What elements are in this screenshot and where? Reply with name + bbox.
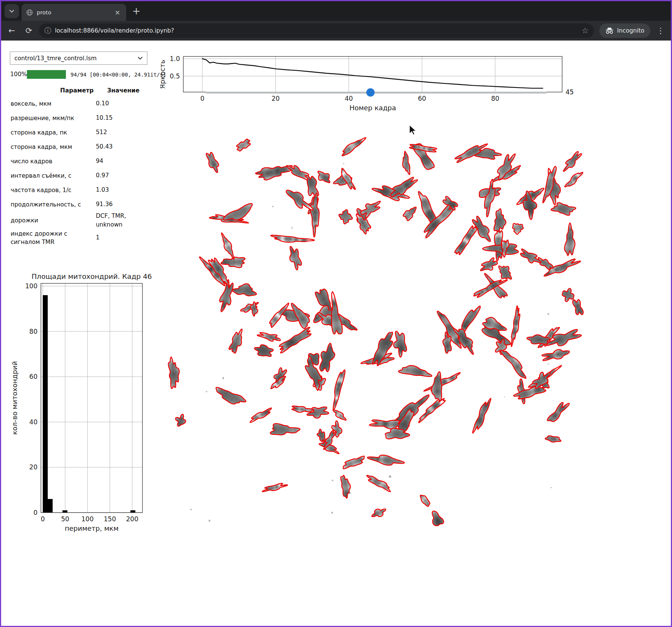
svg-text:100: 100	[25, 282, 38, 290]
svg-text:0.5: 0.5	[170, 72, 180, 80]
progress-bar	[27, 70, 66, 79]
table-row: разрешение, мкм/пк 10.15	[11, 111, 155, 125]
browser-tab[interactable]: proto ×	[22, 4, 126, 21]
svg-text:0: 0	[200, 95, 205, 102]
svg-text:Площади митохондрий. Кадр 46: Площади митохондрий. Кадр 46	[31, 273, 152, 280]
param-label: интервал съёмки, с	[11, 172, 96, 180]
param-label: продолжительность, с	[11, 200, 96, 209]
incognito-icon	[605, 27, 614, 34]
table-row: частота кадров, 1/с 1.03	[11, 183, 155, 197]
brightness-chart-svg: 0204060800.51.0Номер кадраЯркость	[160, 50, 600, 117]
params-table: Параметр Значение воксель, мкм 0.10 разр…	[11, 84, 155, 246]
param-label: разрешение, мкм/пк	[11, 114, 96, 122]
segmentation-image	[160, 128, 588, 537]
params-header-param: Параметр	[11, 86, 96, 95]
param-label: дорожки	[11, 216, 96, 225]
address-bar[interactable]: ⓘ localhost:8866/voila/render/proto.ipyn…	[39, 23, 594, 38]
params-header-row: Параметр Значение	[11, 84, 155, 97]
param-value: 1	[96, 233, 145, 242]
browser-menu-icon[interactable]: ⋮	[654, 24, 667, 37]
param-value: 91.36	[96, 200, 145, 209]
param-label: воксель, мкм	[11, 100, 96, 108]
table-row: число кадров 94	[11, 154, 155, 169]
svg-text:200: 200	[126, 515, 138, 523]
svg-text:80: 80	[29, 328, 38, 335]
brightness-chart: 0204060800.51.0Номер кадраЯркость	[160, 50, 600, 117]
table-row: интервал съёмки, с 0.97	[11, 169, 155, 183]
globe-favicon-icon	[26, 9, 33, 16]
file-select-value: control/13_tmre_control.lsm	[14, 55, 97, 62]
table-row: индекс дорожки с сигналом TMR 1	[11, 230, 155, 247]
svg-text:50: 50	[61, 515, 69, 523]
site-info-icon[interactable]: ⓘ	[44, 26, 51, 35]
param-value: 0.10	[96, 99, 145, 108]
browser-window: proto × + ← ⟳ ⓘ localhost:8866/voila/ren…	[0, 0, 672, 627]
svg-text:Номер кадра: Номер кадра	[349, 104, 396, 112]
param-value: DCF, TMR, unknown	[96, 212, 145, 230]
table-row: сторона кадра, мкм 50.43	[11, 140, 155, 154]
histogram-chart: 050100150200020406080100Площади митохонд…	[9, 273, 160, 538]
new-tab-button[interactable]: +	[131, 5, 142, 17]
chevron-down-icon	[138, 56, 143, 60]
svg-text:кол-во митохондрий: кол-во митохондрий	[11, 361, 19, 435]
incognito-label: Incognito	[617, 27, 644, 34]
param-value: 94	[96, 157, 145, 166]
param-label: число кадров	[11, 157, 96, 166]
bookmark-star-icon[interactable]: ☆	[581, 26, 589, 35]
back-button[interactable]: ←	[5, 24, 18, 37]
browser-toolbar: ← ⟳ ⓘ localhost:8866/voila/render/proto.…	[1, 21, 671, 41]
table-row: продолжительность, с 91.36	[11, 197, 155, 212]
svg-text:100: 100	[81, 515, 94, 523]
tab-close-icon[interactable]: ×	[113, 8, 122, 17]
param-label: сторона кадра, пк	[11, 128, 96, 137]
file-select[interactable]: control/13_tmre_control.lsm	[10, 52, 147, 65]
param-label: частота кадров, 1/с	[11, 186, 96, 194]
frame-slider[interactable]	[206, 88, 547, 97]
table-row: воксель, мкм 0.10	[11, 97, 155, 111]
table-row: сторона кадра, пк 512	[11, 125, 155, 140]
progress-percent: 100%	[10, 71, 27, 78]
progress-status: 94/94 [00:04<00:00, 24.91it/s]	[70, 72, 166, 78]
svg-text:периметр, мкм: периметр, мкм	[65, 524, 119, 532]
param-label: индекс дорожки с сигналом TMR	[11, 230, 96, 247]
frame-slider-track[interactable]	[206, 92, 547, 94]
table-row: дорожки DCF, TMR, unknown	[11, 212, 155, 230]
param-value: 1.03	[96, 186, 145, 194]
svg-text:40: 40	[29, 418, 38, 426]
chevron-down-icon	[9, 9, 14, 13]
tab-strip: proto × +	[1, 1, 671, 21]
tab-search-button[interactable]	[5, 4, 19, 18]
frame-slider-handle[interactable]	[366, 88, 375, 97]
frame-slider-readout: 45	[566, 88, 574, 96]
reload-button[interactable]: ⟳	[22, 24, 35, 37]
svg-text:20: 20	[29, 463, 38, 471]
segmentation-image-container	[160, 128, 588, 537]
tab-title: proto	[37, 9, 113, 16]
svg-text:150: 150	[104, 515, 116, 523]
svg-text:60: 60	[29, 373, 38, 380]
svg-text:1.0: 1.0	[170, 55, 180, 63]
svg-text:0: 0	[33, 509, 38, 516]
param-value: 0.97	[96, 171, 145, 180]
svg-text:0: 0	[41, 515, 45, 523]
param-value: 10.15	[96, 114, 145, 122]
url-text: localhost:8866/voila/render/proto.ipynb?	[55, 27, 578, 34]
params-header-value: Значение	[96, 87, 151, 94]
progress-bar-fill	[27, 70, 66, 79]
histogram-chart-svg: 050100150200020406080100Площади митохонд…	[9, 273, 160, 538]
param-label: сторона кадра, мкм	[11, 143, 96, 151]
param-value: 512	[96, 128, 145, 137]
incognito-badge: Incognito	[599, 23, 650, 38]
param-value: 50.43	[96, 142, 145, 151]
svg-text:Яркость: Яркость	[160, 60, 166, 89]
